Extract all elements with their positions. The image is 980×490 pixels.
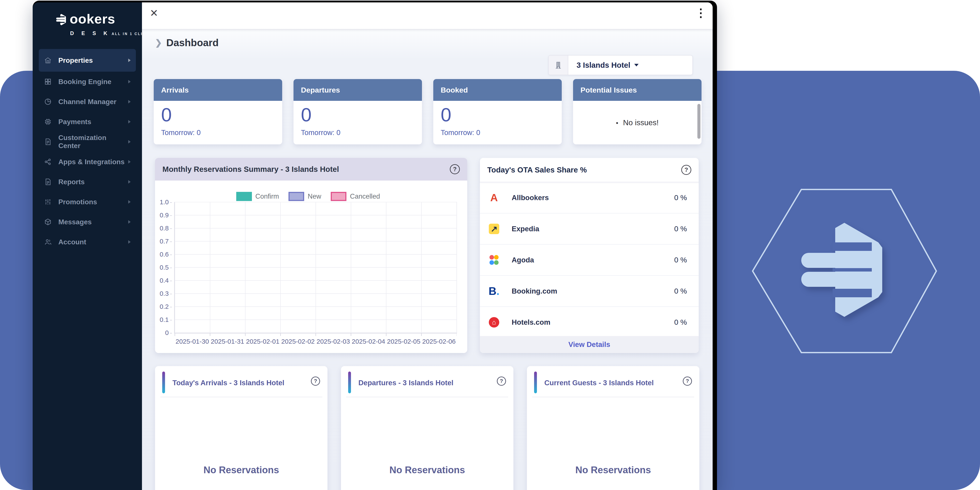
ota-row-booking[interactable]: Booking.com 0 % xyxy=(480,276,699,307)
sidebar-item-label: Reports xyxy=(58,178,85,186)
main-area: ✕ ⋮ ❯ Dashboard 3 Islands Hotel xyxy=(142,2,713,490)
grid-icon xyxy=(44,78,52,86)
legend-swatch-cancelled[interactable] xyxy=(331,192,347,201)
sidebar-item-reports[interactable]: Reports xyxy=(39,172,136,192)
legend-label[interactable]: Confirm xyxy=(255,192,279,200)
sidebar-item-label: Apps & Integrations xyxy=(58,158,124,166)
help-icon[interactable]: ? xyxy=(683,377,692,386)
sidebar-item-properties[interactable]: Properties xyxy=(39,49,136,72)
hotels-logo-icon xyxy=(489,317,499,328)
sidebar-item-channel-manager[interactable]: Channel Manager xyxy=(39,92,136,112)
stat-card-arrivals: Arrivals 0 Tomorrow: 0 xyxy=(154,79,282,145)
ota-row-allbookers[interactable]: Allbookers 0 % xyxy=(480,182,699,213)
stat-card-title: Booked xyxy=(433,79,562,101)
chevron-right-icon xyxy=(128,240,130,244)
ota-name: Expedia xyxy=(512,225,539,233)
stat-note: Tomorrow: 0 xyxy=(441,129,562,137)
ota-row-expedia[interactable]: Expedia 0 % xyxy=(480,213,699,245)
x-axis-tick: 2025-02-02 xyxy=(280,338,316,345)
departures-card: Departures - 3 Islands Hotel ? No Reserv… xyxy=(341,366,514,490)
help-icon[interactable]: ? xyxy=(497,377,506,386)
chevron-right-icon xyxy=(128,100,130,103)
ota-row-hotels[interactable]: Hotels.com 0 % xyxy=(480,307,699,337)
building-icon xyxy=(549,56,568,75)
stat-note: Tomorrow: 0 xyxy=(161,129,282,137)
kebab-menu-icon[interactable]: ⋮ xyxy=(695,7,706,19)
accent-bar xyxy=(534,372,537,393)
property-selector[interactable]: 3 Islands Hotel xyxy=(548,55,693,75)
chart-legend: Confirm New Cancelled xyxy=(155,192,467,201)
sidebar-item-messages[interactable]: Messages xyxy=(39,212,136,232)
close-icon[interactable]: ✕ xyxy=(150,8,158,18)
chart-plot-area xyxy=(174,202,457,333)
legend-swatch-confirm[interactable] xyxy=(236,192,252,201)
screen: ookers D E S KALL IN 1 CLICK Properties xyxy=(0,0,980,490)
legend-swatch-new[interactable] xyxy=(288,192,304,201)
x-axis-tick: 2025-02-04 xyxy=(351,338,386,345)
x-axis-tick: 2025-02-05 xyxy=(386,338,421,345)
y-axis-tick: 0.8 xyxy=(160,224,169,232)
list-card-title: Departures - 3 Islands Hotel xyxy=(358,379,453,387)
ota-value: 0 % xyxy=(674,224,687,233)
chevron-right-icon xyxy=(128,180,130,184)
ota-row-agoda[interactable]: Agoda 0 % xyxy=(480,245,699,276)
help-icon[interactable]: ? xyxy=(450,164,460,174)
accent-bar xyxy=(348,372,351,393)
empty-state-text: No Reservations xyxy=(527,465,699,476)
stat-card-potential-issues: Potential Issues No issues! xyxy=(573,79,702,145)
y-axis-tick: 0.6 xyxy=(160,251,169,258)
y-axis-tick: 0.4 xyxy=(160,277,169,284)
sidebar-item-label: Payments xyxy=(58,118,91,126)
list-card-title: Today's Arrivals - 3 Islands Hotel xyxy=(172,379,284,387)
help-icon[interactable]: ? xyxy=(311,377,320,386)
sliders-icon xyxy=(44,198,52,206)
x-axis-labels: 2025-01-30 2025-01-31 2025-02-01 2025-02… xyxy=(175,338,457,345)
stat-card-title: Departures xyxy=(293,79,422,101)
topbar: ✕ ⋮ xyxy=(142,2,713,29)
y-axis-tick: 0.9 xyxy=(160,212,169,219)
legend-label[interactable]: Cancelled xyxy=(350,192,380,200)
chevron-right-icon xyxy=(128,220,130,224)
y-axis-tick: 0.3 xyxy=(160,290,169,297)
stat-note: Tomorrow: 0 xyxy=(301,129,422,137)
todays-arrivals-card: Today's Arrivals - 3 Islands Hotel ? No … xyxy=(155,366,328,490)
chevron-right-icon xyxy=(128,160,130,164)
stat-card-title: Potential Issues xyxy=(573,79,702,101)
stat-value: 0 xyxy=(441,104,562,126)
y-axis-tick: 0.2 xyxy=(160,303,169,310)
view-details-link[interactable]: View Details xyxy=(568,340,610,348)
chart-title: Monthly Reservations Summary - 3 Islands… xyxy=(162,165,339,173)
home-icon xyxy=(44,56,52,64)
y-axis-tick: 0.5 xyxy=(160,264,169,271)
help-icon[interactable]: ? xyxy=(681,165,691,175)
sidebar-item-label: Promotions xyxy=(58,198,97,206)
x-axis-ticks xyxy=(175,333,457,336)
sidebar-item-account[interactable]: Account xyxy=(39,232,136,252)
stat-card-title: Arrivals xyxy=(154,79,282,101)
sidebar-item-booking-engine[interactable]: Booking Engine xyxy=(39,72,136,92)
users-icon xyxy=(44,238,52,246)
sidebar-item-payments[interactable]: Payments xyxy=(39,112,136,132)
stat-value: 0 xyxy=(161,104,282,126)
chevron-right-icon xyxy=(128,59,130,62)
sidebar-item-label: Customization Center xyxy=(58,134,128,150)
sidebar-item-promotions[interactable]: Promotions xyxy=(39,192,136,212)
y-axis-tick: 0.7 xyxy=(160,238,169,245)
sidebar-item-label: Properties xyxy=(58,56,93,64)
chevron-right-icon xyxy=(128,200,130,204)
share-icon xyxy=(44,158,52,166)
divider xyxy=(532,397,694,397)
chevron-right-icon xyxy=(128,120,130,124)
sidebar: ookers D E S KALL IN 1 CLICK Properties xyxy=(33,2,142,490)
brand-sub: D E S K xyxy=(70,30,110,36)
stat-value: 0 xyxy=(301,104,422,126)
issue-list-item: No issues! xyxy=(616,118,659,127)
brand-watermark xyxy=(751,177,938,361)
sidebar-item-label: Channel Manager xyxy=(58,98,116,106)
document-icon xyxy=(44,138,52,146)
scrollbar[interactable] xyxy=(697,104,700,139)
sidebar-item-customization-center[interactable]: Customization Center xyxy=(39,132,136,152)
sidebar-item-apps-integrations[interactable]: Apps & Integrations xyxy=(39,152,136,172)
list-card-title: Current Guests - 3 Islands Hotel xyxy=(544,379,654,387)
legend-label[interactable]: New xyxy=(308,192,321,200)
